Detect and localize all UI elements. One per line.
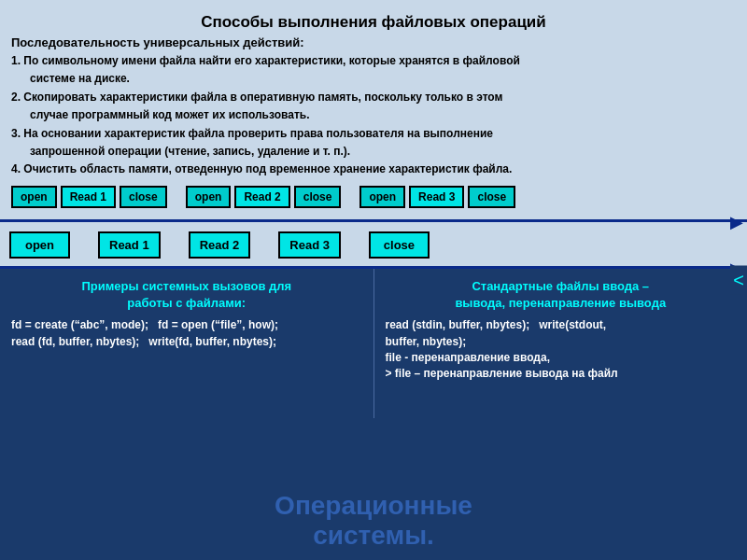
button-group-3: open Read 3 close <box>359 186 515 208</box>
step-2a: 2. Скопировать характеристики файла в оп… <box>11 90 736 105</box>
step-3b: запрошенной операции (чтение, запись, уд… <box>11 144 736 160</box>
group1-close-button[interactable]: close <box>120 186 167 208</box>
bottom-right-panel: Стандартные файлы ввода –вывода, перенап… <box>374 269 748 418</box>
button-group-1: open Read 1 close <box>11 186 167 208</box>
divider-1 <box>0 219 747 222</box>
group3-read3-button[interactable]: Read 3 <box>409 186 464 208</box>
group1-read1-button[interactable]: Read 1 <box>61 186 116 208</box>
step-3a: 3. На основании характеристик файла пров… <box>11 126 736 142</box>
step-2b: случае программный код может их использо… <box>11 107 736 123</box>
group2-open-button[interactable]: open <box>186 186 232 208</box>
bottom-section: Примеры системных вызовов дляработы с фа… <box>0 269 747 418</box>
group2-close-button[interactable]: close <box>294 186 342 208</box>
mid-read1-button[interactable]: Read 1 <box>98 231 161 259</box>
mid-close-button[interactable]: close <box>369 231 430 259</box>
divider-2 <box>0 266 747 269</box>
watermark-text: Операционныесистемы. <box>275 491 472 551</box>
group1-open-button[interactable]: open <box>11 186 57 208</box>
step-4: 4. Очистить область памяти, отведенную п… <box>11 161 736 177</box>
bottom-left-panel: Примеры системных вызовов дляработы с фа… <box>0 269 374 418</box>
button-group-2: open Read 2 close <box>186 186 342 208</box>
step-1a: 1. По символьному имени файла найти его … <box>11 53 736 69</box>
steps-block: 1. По символьному имени файла найти его … <box>11 53 736 178</box>
group3-open-button[interactable]: open <box>359 186 405 208</box>
bottom-right-title: Стандартные файлы ввода –вывода, перенап… <box>386 278 737 312</box>
content-area: Способы выполнения файловых операций Пос… <box>0 0 747 219</box>
bottom-right-text: read (stdin, buffer, nbytes); write(stdo… <box>386 317 737 383</box>
bottom-left-title: Примеры системных вызовов дляработы с фа… <box>11 278 362 312</box>
page-title: Способы выполнения файловых операций <box>11 7 736 35</box>
mid-read2-button[interactable]: Read 2 <box>189 231 251 259</box>
mid-open-button[interactable]: open <box>9 231 70 259</box>
group2-read2-button[interactable]: Read 2 <box>234 186 289 208</box>
group3-close-button[interactable]: close <box>468 186 515 208</box>
right-arrow-button[interactable]: < <box>730 266 747 295</box>
bottom-left-text: fd = create (“abc”, mode); fd = open (“f… <box>11 317 362 350</box>
top-button-row: open Read 1 close open Read 2 close open… <box>11 180 736 212</box>
mid-read3-button[interactable]: Read 3 <box>278 231 341 259</box>
middle-button-row: open Read 1 Read 2 Read 3 close <box>0 222 747 266</box>
subtitle: Последовательность универсальных действи… <box>11 35 736 49</box>
step-1b: системе на диске. <box>11 71 736 87</box>
main-container: Способы выполнения файловых операций Пос… <box>0 0 747 560</box>
